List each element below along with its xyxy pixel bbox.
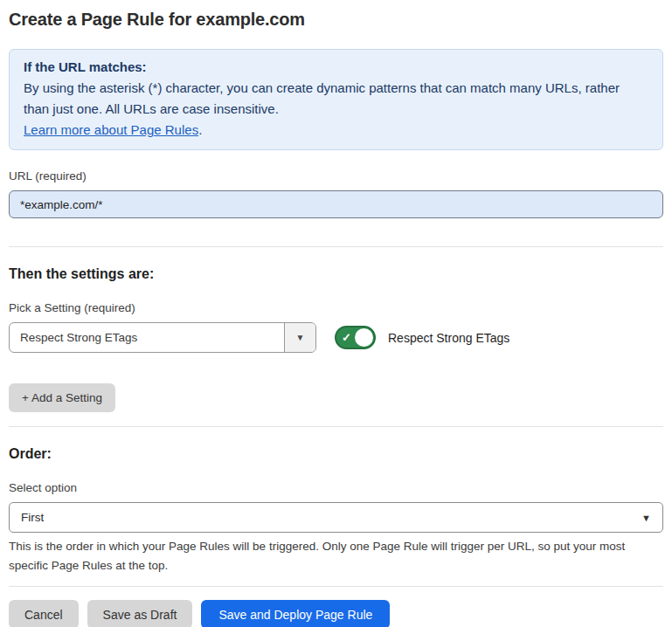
chevron-down-icon: ▼ <box>641 513 651 523</box>
info-box-body: By using the asterisk (*) character, you… <box>24 78 648 120</box>
setting-dropdown-value: Respect Strong ETags <box>10 323 284 352</box>
order-help-text: This is the order in which your Page Rul… <box>9 537 663 575</box>
toggle-label: Respect Strong ETags <box>388 331 509 345</box>
setting-toggle[interactable]: ✓ <box>335 326 376 349</box>
settings-heading: Then the settings are: <box>9 265 663 282</box>
setting-dropdown[interactable]: Respect Strong ETags ▼ <box>9 322 316 353</box>
select-option-label: Select option <box>9 480 663 495</box>
page-title: Create a Page Rule for example.com <box>9 9 663 30</box>
check-icon: ✓ <box>342 332 351 343</box>
info-box-heading: If the URL matches: <box>24 57 648 78</box>
info-box-link-line: Learn more about Page Rules. <box>24 120 648 141</box>
save-draft-button[interactable]: Save as Draft <box>87 600 193 627</box>
url-match-info-box: If the URL matches: By using the asteris… <box>9 49 663 150</box>
add-setting-button[interactable]: + Add a Setting <box>9 383 115 412</box>
pick-setting-label: Pick a Setting (required) <box>9 300 663 315</box>
learn-more-link[interactable]: Learn more about Page Rules <box>24 122 198 137</box>
divider <box>9 426 663 427</box>
chevron-down-icon: ▼ <box>296 333 305 342</box>
divider <box>9 586 663 587</box>
toggle-knob <box>355 328 373 347</box>
setting-row: Respect Strong ETags ▼ ✓ Respect Strong … <box>9 322 663 353</box>
order-heading: Order: <box>9 445 663 462</box>
setting-dropdown-arrow-button[interactable]: ▼ <box>284 323 315 352</box>
url-input[interactable] <box>9 190 663 218</box>
url-field-label: URL (required) <box>9 169 663 183</box>
order-select-value: First <box>21 511 44 524</box>
link-suffix: . <box>198 122 202 137</box>
save-deploy-button[interactable]: Save and Deploy Page Rule <box>201 600 390 627</box>
page-rule-form: Create a Page Rule for example.com If th… <box>0 0 672 627</box>
footer-actions: Cancel Save as Draft Save and Deploy Pag… <box>9 600 663 627</box>
divider <box>9 246 663 247</box>
cancel-button[interactable]: Cancel <box>9 600 79 627</box>
order-select[interactable]: First ▼ <box>9 502 663 533</box>
